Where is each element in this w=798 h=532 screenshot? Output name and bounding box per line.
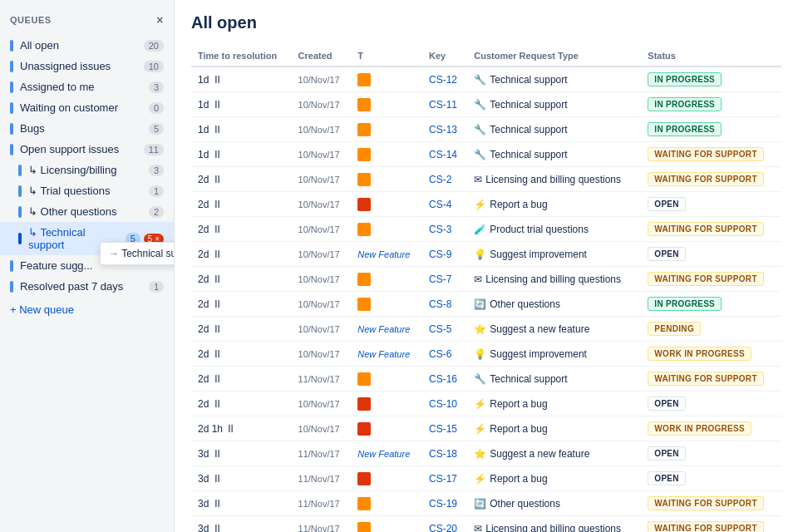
- created-date: 10/Nov/17: [292, 117, 352, 142]
- bar-icon: [10, 144, 13, 155]
- issue-key-link[interactable]: CS-2: [429, 174, 451, 185]
- table-row: 2d ⏸10/Nov/17CS-8🔄Other questionsIN PROG…: [191, 292, 781, 317]
- type-icon-cell: [351, 92, 422, 117]
- issue-key[interactable]: CS-10: [422, 392, 467, 416]
- status-cell: WAITING FOR SUPPORT: [641, 142, 781, 167]
- orange-type-icon: [357, 148, 371, 161]
- table-row: 2d ⏸11/Nov/17CS-16🔧Technical supportWAIT…: [191, 367, 781, 392]
- crt-label: Other questions: [490, 498, 560, 510]
- status-badge: WAITING FOR SUPPORT: [648, 521, 763, 532]
- close-icon[interactable]: ×: [156, 13, 164, 27]
- status-badge: IN PROGRESS: [648, 97, 722, 111]
- sidebar-item-all-open[interactable]: All open20: [0, 35, 174, 56]
- issue-key[interactable]: CS-2: [422, 167, 467, 192]
- time-to-resolution: 2d ⏸: [191, 217, 292, 242]
- crt-label: Report a bug: [490, 473, 547, 485]
- issue-key[interactable]: CS-20: [422, 516, 467, 533]
- sidebar-item-licensing-billing[interactable]: ↳ Licensing/billing3: [0, 160, 174, 180]
- issue-key[interactable]: CS-12: [422, 66, 467, 92]
- issue-key-link[interactable]: CS-9: [429, 249, 451, 260]
- sidebar-item-trial-questions[interactable]: ↳ Trial questions1: [0, 180, 174, 201]
- status-badge: WAITING FOR SUPPORT: [648, 147, 763, 161]
- customer-request-type: ⚡Report a bug: [467, 466, 641, 491]
- crt-label: Licensing and billing questions: [485, 523, 621, 533]
- sidebar-item-label: ↳ Technical support: [28, 226, 122, 251]
- issue-key[interactable]: CS-15: [422, 416, 467, 441]
- customer-request-type: ⚡Report a bug: [467, 192, 641, 217]
- red-type-icon: [357, 198, 371, 211]
- issue-key-link[interactable]: CS-14: [429, 149, 457, 160]
- issue-key-link[interactable]: CS-18: [429, 448, 457, 460]
- sidebar-item-open-support[interactable]: Open support issues11: [0, 139, 174, 160]
- time-to-resolution: 2d ⏸: [191, 267, 292, 292]
- sidebar-item-unassigned[interactable]: Unassigned issues10: [0, 56, 174, 76]
- issue-key-link[interactable]: CS-8: [429, 298, 451, 310]
- issue-key[interactable]: CS-11: [422, 92, 467, 117]
- wrench-icon: 🔧: [474, 99, 486, 111]
- new-queue-button[interactable]: + New queue: [0, 297, 174, 323]
- issue-key-link[interactable]: CS-20: [429, 523, 457, 533]
- sidebar-item-label: Unassigned issues: [20, 60, 140, 72]
- sidebar-item-feature-suggestions[interactable]: Feature sugg...: [0, 255, 174, 276]
- issue-key[interactable]: CS-3: [422, 217, 467, 242]
- issue-key-link[interactable]: CS-16: [429, 373, 457, 385]
- issue-key-link[interactable]: CS-4: [429, 199, 451, 210]
- status-cell: WORK IN PROGRESS: [641, 342, 781, 367]
- sidebar-item-assigned-to-me[interactable]: Assigned to me3: [0, 76, 174, 97]
- issue-key-link[interactable]: CS-7: [429, 273, 451, 285]
- type-icon-cell: [351, 416, 422, 441]
- time-to-resolution: 1d ⏸: [191, 66, 292, 92]
- issue-key[interactable]: CS-9: [422, 242, 467, 267]
- issue-key[interactable]: CS-5: [422, 317, 467, 342]
- issue-key[interactable]: CS-16: [422, 367, 467, 392]
- crt-label: Suggest a new feature: [490, 448, 589, 460]
- sidebar-item-other-questions[interactable]: ↳ Other questions2: [0, 201, 174, 222]
- issue-key[interactable]: CS-14: [422, 142, 467, 167]
- issue-key-link[interactable]: CS-3: [429, 224, 451, 235]
- created-date: 10/Nov/17: [292, 392, 352, 416]
- time-to-resolution: 2d ⏸: [191, 367, 292, 392]
- issue-key-link[interactable]: CS-5: [429, 323, 451, 335]
- issue-key-link[interactable]: CS-17: [429, 473, 457, 485]
- bar-icon: [10, 281, 13, 293]
- sidebar-item-resolved-past[interactable]: Resolved past 7 days1: [0, 276, 174, 297]
- type-icon-cell: New Feature: [351, 242, 422, 267]
- issue-key-link[interactable]: CS-10: [429, 398, 457, 410]
- issue-key[interactable]: CS-13: [422, 117, 467, 142]
- bug-icon: ⚡: [474, 473, 486, 485]
- issue-key-link[interactable]: CS-12: [429, 74, 457, 86]
- table-row: 2d ⏸10/Nov/17CS-4⚡Report a bugOPEN: [191, 192, 781, 217]
- issue-key[interactable]: CS-7: [422, 267, 467, 292]
- sidebar-item-count: 2: [149, 206, 164, 218]
- new-feature-tag: New Feature: [357, 249, 410, 259]
- issue-key-link[interactable]: CS-13: [429, 124, 457, 135]
- issue-key[interactable]: CS-8: [422, 292, 467, 317]
- status-cell: OPEN: [641, 242, 781, 267]
- issue-key-link[interactable]: CS-6: [429, 348, 451, 360]
- issue-key-link[interactable]: CS-15: [429, 423, 457, 435]
- sidebar-item-waiting-on-customer[interactable]: Waiting on customer0: [0, 97, 174, 118]
- status-cell: WAITING FOR SUPPORT: [641, 516, 781, 533]
- issue-key[interactable]: CS-6: [422, 342, 467, 367]
- issue-key[interactable]: CS-19: [422, 491, 467, 516]
- status-badge: IN PROGRESS: [648, 297, 722, 311]
- crt-label: Technical support: [490, 373, 567, 385]
- status-cell: OPEN: [641, 466, 781, 491]
- issue-key[interactable]: CS-17: [422, 466, 467, 491]
- sidebar-item-count: 11: [144, 144, 164, 155]
- sidebar-item-bugs[interactable]: Bugs5: [0, 118, 174, 139]
- time-to-resolution: 2d 1h ⏸: [191, 416, 292, 441]
- issue-key[interactable]: CS-18: [422, 441, 467, 466]
- time-to-resolution: 2d ⏸: [191, 167, 292, 192]
- bar-icon: [10, 102, 13, 114]
- table-body: 1d ⏸10/Nov/17CS-12🔧Technical supportIN P…: [191, 66, 781, 532]
- sidebar-item-technical-support[interactable]: ↳ Technical support55 ×Technical support: [0, 222, 174, 255]
- wrench-icon: 🔧: [474, 74, 486, 86]
- issue-key[interactable]: CS-4: [422, 192, 467, 217]
- table-header: Time to resolutionCreatedTKeyCustomer Re…: [191, 46, 781, 66]
- orange-type-icon: [357, 123, 371, 136]
- type-icon-cell: [351, 466, 422, 491]
- crt-label: Technical support: [490, 149, 567, 160]
- issue-key-link[interactable]: CS-11: [429, 99, 457, 111]
- issue-key-link[interactable]: CS-19: [429, 498, 457, 510]
